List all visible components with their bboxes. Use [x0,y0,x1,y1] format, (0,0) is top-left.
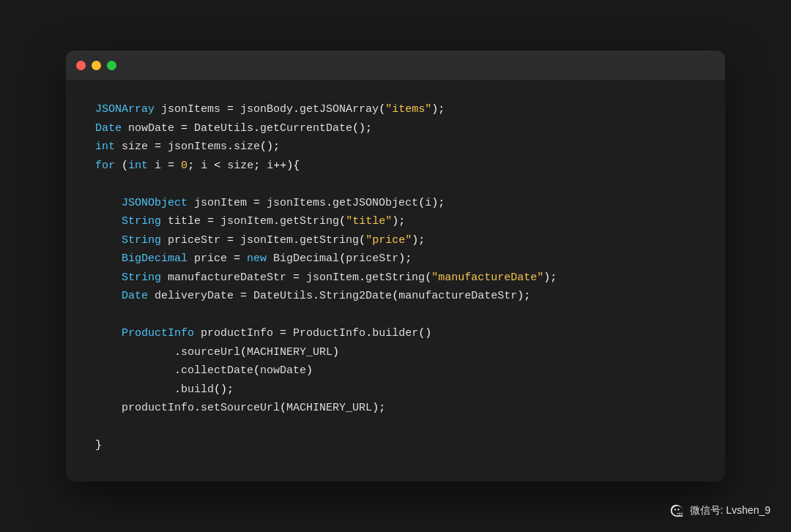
watermark: 微信号: Lvshen_9 [669,503,771,519]
code-line-6: String title = jsonItem.getString("title… [95,212,696,231]
code-line-11: ProductInfo productInfo = ProductInfo.bu… [95,324,696,343]
wechat-icon [669,503,686,519]
code-line-1: JSONArray jsonItems = jsonBody.getJSONAr… [95,100,696,119]
code-line-4: for (int i = 0; i < size; i++){ [95,157,696,176]
maximize-button[interactable] [107,61,116,70]
code-line-8: BigDecimal price = new BigDecimal(priceS… [95,250,696,269]
watermark-text: 微信号: Lvshen_9 [690,504,771,517]
code-line-7: String priceStr = jsonItem.getString("pr… [95,231,696,250]
blank-2 [95,306,696,325]
svg-point-1 [681,513,683,514]
code-line-3: int size = jsonItems.size(); [95,138,696,157]
code-line-12: .sourceUrl(MACHINERY_URL) [95,343,696,362]
code-line-14: .build(); [95,381,696,400]
code-window: JSONArray jsonItems = jsonBody.getJSONAr… [66,50,725,482]
blank-3 [95,418,696,437]
code-block: JSONArray jsonItems = jsonBody.getJSONAr… [66,80,725,482]
code-line-5: JSONObject jsonItem = jsonItems.getJSONO… [95,194,696,213]
code-line-13: .collectDate(nowDate) [95,361,696,381]
code-line-2: Date nowDate = DateUtils.getCurrentDate(… [95,119,696,138]
blank-1 [95,175,696,194]
code-line-9: String manufactureDateStr = jsonItem.get… [95,269,696,288]
code-line-10: Date deliveryDate = DateUtils.String2Dat… [95,287,696,306]
minimize-button[interactable] [92,61,101,70]
svg-point-0 [679,513,680,514]
close-button[interactable] [76,61,86,70]
code-line-15: productInfo.setSourceUrl(MACHINERY_URL); [95,399,696,418]
svg-point-2 [677,513,678,514]
window-titlebar [66,50,725,80]
code-line-16: } [95,436,696,455]
